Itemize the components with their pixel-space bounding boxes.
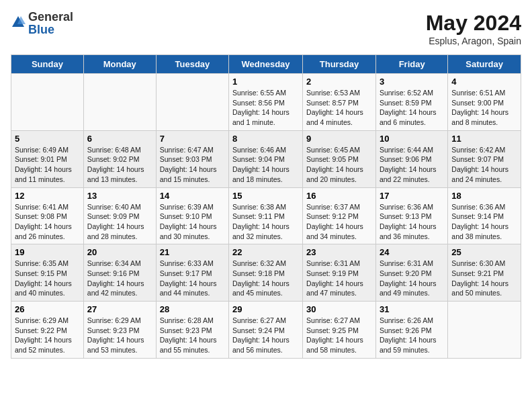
day-number: 1 (232, 77, 299, 87)
calendar-cell: 12Sunrise: 6:41 AM Sunset: 9:08 PM Dayli… (11, 187, 84, 244)
calendar-cell: 30Sunrise: 6:27 AM Sunset: 9:25 PM Dayli… (303, 302, 376, 359)
day-info: Sunrise: 6:31 AM Sunset: 9:19 PM Dayligh… (306, 259, 372, 298)
day-info: Sunrise: 6:42 AM Sunset: 9:07 PM Dayligh… (451, 145, 517, 185)
day-number: 24 (380, 247, 444, 257)
day-number: 3 (380, 77, 444, 87)
week-row-3: 12Sunrise: 6:41 AM Sunset: 9:08 PM Dayli… (11, 187, 521, 244)
day-info: Sunrise: 6:44 AM Sunset: 9:06 PM Dayligh… (380, 145, 444, 185)
day-number: 6 (87, 134, 152, 144)
day-number: 27 (87, 304, 152, 314)
calendar-cell: 7Sunrise: 6:47 AM Sunset: 9:03 PM Daylig… (156, 130, 228, 187)
column-header-saturday: Saturday (448, 55, 521, 74)
title-block: May 2024 Esplus, Aragon, Spain (426, 11, 521, 46)
day-info: Sunrise: 6:40 AM Sunset: 9:09 PM Dayligh… (87, 202, 152, 242)
column-header-sunday: Sunday (11, 55, 84, 74)
day-info: Sunrise: 6:26 AM Sunset: 9:26 PM Dayligh… (380, 316, 444, 355)
column-header-thursday: Thursday (303, 55, 376, 74)
day-info: Sunrise: 6:53 AM Sunset: 8:57 PM Dayligh… (306, 88, 372, 128)
day-info: Sunrise: 6:41 AM Sunset: 9:08 PM Dayligh… (15, 202, 80, 242)
calendar-header-row: SundayMondayTuesdayWednesdayThursdayFrid… (11, 55, 521, 74)
day-info: Sunrise: 6:49 AM Sunset: 9:01 PM Dayligh… (15, 145, 80, 185)
day-number: 12 (15, 191, 80, 201)
calendar-cell: 2Sunrise: 6:53 AM Sunset: 8:57 PM Daylig… (303, 74, 376, 131)
day-info: Sunrise: 6:28 AM Sunset: 9:23 PM Dayligh… (160, 316, 225, 355)
calendar-cell: 1Sunrise: 6:55 AM Sunset: 8:56 PM Daylig… (229, 74, 303, 131)
calendar-cell: 17Sunrise: 6:36 AM Sunset: 9:13 PM Dayli… (375, 187, 447, 244)
day-info: Sunrise: 6:31 AM Sunset: 9:20 PM Dayligh… (380, 259, 444, 298)
day-info: Sunrise: 6:47 AM Sunset: 9:03 PM Dayligh… (160, 145, 225, 185)
calendar-cell: 6Sunrise: 6:48 AM Sunset: 9:02 PM Daylig… (83, 130, 156, 187)
calendar-cell: 3Sunrise: 6:52 AM Sunset: 8:59 PM Daylig… (375, 74, 447, 131)
day-info: Sunrise: 6:30 AM Sunset: 9:21 PM Dayligh… (451, 259, 517, 298)
calendar-cell: 18Sunrise: 6:36 AM Sunset: 9:14 PM Dayli… (448, 187, 521, 244)
day-info: Sunrise: 6:32 AM Sunset: 9:18 PM Dayligh… (232, 259, 299, 298)
day-number: 7 (160, 134, 225, 144)
day-number: 17 (380, 191, 444, 201)
calendar-cell: 27Sunrise: 6:29 AM Sunset: 9:23 PM Dayli… (83, 302, 156, 359)
calendar-cell: 13Sunrise: 6:40 AM Sunset: 9:09 PM Dayli… (83, 187, 156, 244)
calendar-cell (11, 74, 84, 131)
calendar-cell (448, 302, 521, 359)
day-number: 31 (380, 304, 444, 314)
week-row-5: 26Sunrise: 6:29 AM Sunset: 9:22 PM Dayli… (11, 302, 521, 359)
logo-general: General (28, 11, 73, 24)
calendar-cell: 11Sunrise: 6:42 AM Sunset: 9:07 PM Dayli… (448, 130, 521, 187)
calendar-cell: 16Sunrise: 6:37 AM Sunset: 9:12 PM Dayli… (303, 187, 376, 244)
day-info: Sunrise: 6:35 AM Sunset: 9:15 PM Dayligh… (15, 259, 80, 298)
day-number: 18 (451, 191, 517, 201)
day-number: 2 (306, 77, 372, 87)
day-info: Sunrise: 6:52 AM Sunset: 8:59 PM Dayligh… (380, 88, 444, 128)
day-info: Sunrise: 6:34 AM Sunset: 9:16 PM Dayligh… (87, 259, 152, 298)
calendar-cell: 9Sunrise: 6:45 AM Sunset: 9:05 PM Daylig… (303, 130, 376, 187)
calendar-cell: 5Sunrise: 6:49 AM Sunset: 9:01 PM Daylig… (11, 130, 84, 187)
day-number: 4 (451, 77, 517, 87)
day-info: Sunrise: 6:27 AM Sunset: 9:24 PM Dayligh… (232, 316, 299, 355)
column-header-friday: Friday (375, 55, 447, 74)
calendar-cell: 25Sunrise: 6:30 AM Sunset: 9:21 PM Dayli… (448, 244, 521, 302)
calendar-cell (83, 74, 156, 131)
day-info: Sunrise: 6:45 AM Sunset: 9:05 PM Dayligh… (306, 145, 372, 185)
main-title: May 2024 (426, 11, 521, 36)
day-number: 29 (232, 304, 299, 314)
calendar-cell: 29Sunrise: 6:27 AM Sunset: 9:24 PM Dayli… (229, 302, 303, 359)
week-row-1: 1Sunrise: 6:55 AM Sunset: 8:56 PM Daylig… (11, 74, 521, 131)
day-info: Sunrise: 6:36 AM Sunset: 9:14 PM Dayligh… (451, 202, 517, 242)
day-number: 16 (306, 191, 372, 201)
calendar-table: SundayMondayTuesdayWednesdayThursdayFrid… (11, 54, 521, 359)
calendar-cell: 19Sunrise: 6:35 AM Sunset: 9:15 PM Dayli… (11, 244, 84, 302)
day-number: 19 (15, 247, 80, 257)
day-number: 25 (451, 247, 517, 257)
week-row-4: 19Sunrise: 6:35 AM Sunset: 9:15 PM Dayli… (11, 244, 521, 302)
day-number: 26 (15, 304, 80, 314)
day-info: Sunrise: 6:37 AM Sunset: 9:12 PM Dayligh… (306, 202, 372, 242)
calendar-cell: 14Sunrise: 6:39 AM Sunset: 9:10 PM Dayli… (156, 187, 228, 244)
column-header-monday: Monday (83, 55, 156, 74)
day-number: 20 (87, 247, 152, 257)
day-info: Sunrise: 6:46 AM Sunset: 9:04 PM Dayligh… (232, 145, 299, 185)
column-header-wednesday: Wednesday (229, 55, 303, 74)
calendar-cell: 20Sunrise: 6:34 AM Sunset: 9:16 PM Dayli… (83, 244, 156, 302)
week-row-2: 5Sunrise: 6:49 AM Sunset: 9:01 PM Daylig… (11, 130, 521, 187)
calendar-cell: 31Sunrise: 6:26 AM Sunset: 9:26 PM Dayli… (375, 302, 447, 359)
calendar-cell: 26Sunrise: 6:29 AM Sunset: 9:22 PM Dayli… (11, 302, 84, 359)
day-number: 15 (232, 191, 299, 201)
logo: General Blue (11, 11, 73, 36)
day-number: 21 (160, 247, 225, 257)
day-info: Sunrise: 6:36 AM Sunset: 9:13 PM Dayligh… (380, 202, 444, 242)
calendar-cell: 28Sunrise: 6:28 AM Sunset: 9:23 PM Dayli… (156, 302, 228, 359)
day-number: 23 (306, 247, 372, 257)
day-info: Sunrise: 6:39 AM Sunset: 9:10 PM Dayligh… (160, 202, 225, 242)
day-number: 13 (87, 191, 152, 201)
day-number: 22 (232, 247, 299, 257)
day-info: Sunrise: 6:29 AM Sunset: 9:23 PM Dayligh… (87, 316, 152, 355)
day-number: 30 (306, 304, 372, 314)
day-info: Sunrise: 6:33 AM Sunset: 9:17 PM Dayligh… (160, 259, 225, 298)
logo-blue: Blue (28, 24, 73, 36)
subtitle: Esplus, Aragon, Spain (426, 36, 521, 46)
day-number: 10 (380, 134, 444, 144)
day-number: 8 (232, 134, 299, 144)
day-number: 9 (306, 134, 372, 144)
calendar-cell: 4Sunrise: 6:51 AM Sunset: 9:00 PM Daylig… (448, 74, 521, 131)
calendar-cell: 21Sunrise: 6:33 AM Sunset: 9:17 PM Dayli… (156, 244, 228, 302)
calendar-cell: 23Sunrise: 6:31 AM Sunset: 9:19 PM Dayli… (303, 244, 376, 302)
